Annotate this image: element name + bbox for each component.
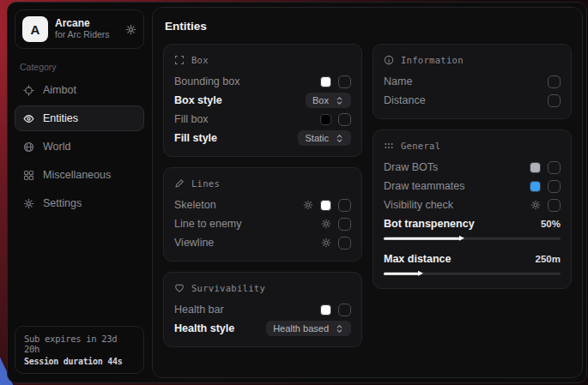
fill-box-label: Fill box — [174, 113, 209, 125]
fill-style-label: Fill style — [174, 132, 217, 144]
sidebar-item-settings[interactable]: Settings — [15, 190, 144, 216]
draw-teammates-checkbox[interactable] — [548, 180, 561, 193]
box-card-header: Box — [174, 55, 351, 65]
left-column: Box Bounding box Box style Box — [163, 44, 362, 347]
bot-transparency-label: Bot transpenency — [384, 218, 475, 230]
brackets-icon — [174, 55, 185, 65]
sidebar-item-aimbot[interactable]: Aimbot — [15, 77, 144, 103]
health-style-dropdown[interactable]: Health based — [266, 321, 351, 336]
bounding-box-checkbox[interactable] — [338, 75, 351, 88]
chevron-updown-icon — [335, 96, 344, 105]
draw-teammates-color-swatch[interactable] — [530, 181, 541, 192]
survivability-card: Survivability Health bar Health style He… — [163, 272, 362, 347]
sidebar-item-entities[interactable]: Entities — [15, 105, 144, 131]
bot-transparency-value: 50% — [541, 219, 561, 229]
general-card: General Draw BOTs Draw teammates — [373, 129, 572, 289]
card-title: Lines — [191, 178, 220, 189]
survivability-card-header: Survivability — [174, 283, 351, 293]
gear-icon — [23, 198, 34, 209]
name-row: Name — [384, 72, 561, 91]
heart-icon — [174, 283, 185, 293]
general-card-header: General — [384, 141, 561, 151]
crosshair-icon — [23, 85, 34, 96]
chevron-updown-icon — [335, 134, 344, 143]
max-distance-label: Max distance — [384, 253, 452, 265]
draw-teammates-label: Draw teammates — [384, 180, 464, 192]
draw-bots-checkbox[interactable] — [548, 161, 561, 174]
health-bar-label: Health bar — [174, 304, 224, 316]
card-columns: Box Bounding box Box style Box — [163, 44, 572, 347]
draw-bots-color-swatch[interactable] — [530, 162, 541, 173]
fill-box-checkbox[interactable] — [338, 113, 351, 126]
visibility-check-row: Visibility check — [384, 196, 561, 214]
max-distance-value: 250m — [536, 254, 561, 264]
fill-style-value: Static — [305, 133, 329, 143]
viewline-checkbox[interactable] — [338, 237, 351, 250]
box-style-value: Box — [312, 95, 329, 105]
app-window: A Arcane for Arc Riders Category Aimbot … — [7, 2, 587, 383]
skeleton-color-swatch[interactable] — [320, 200, 331, 211]
sidebar-item-label: Entities — [43, 112, 78, 124]
bounding-box-label: Bounding box — [174, 75, 239, 87]
subscription-info: Sub expires in 23d 20h Session duration … — [15, 326, 144, 374]
gear-icon[interactable] — [321, 238, 331, 248]
draw-bots-row: Draw BOTs — [384, 158, 561, 177]
fill-box-color-swatch[interactable] — [320, 114, 331, 125]
category-label: Category — [20, 62, 139, 72]
line-to-enemy-label: Line to enemy — [174, 218, 242, 230]
max-distance-row: Max distance 250m — [384, 250, 561, 268]
fill-style-dropdown[interactable]: Static — [298, 130, 351, 146]
info-icon — [384, 55, 394, 65]
name-label: Name — [384, 75, 412, 87]
brand-text: Arcane for Arc Riders — [55, 17, 110, 41]
fill-box-row: Fill box — [174, 110, 351, 129]
sidebar-item-label: Settings — [43, 197, 82, 209]
brand-subtitle: for Arc Riders — [55, 29, 110, 41]
sidebar-item-label: Miscellaneous — [43, 169, 111, 181]
slider-fill — [384, 238, 460, 240]
sidebar-item-miscellaneous[interactable]: Miscellaneous — [15, 162, 144, 188]
dots-grid-icon — [384, 141, 394, 151]
sidebar: A Arcane for Arc Riders Category Aimbot … — [8, 3, 151, 382]
card-title: Box — [191, 55, 209, 65]
sidebar-item-label: Aimbot — [43, 84, 76, 96]
draw-bots-label: Draw BOTs — [384, 161, 438, 173]
chevron-updown-icon — [335, 324, 344, 334]
max-distance-slider[interactable] — [384, 270, 561, 277]
globe-icon — [23, 141, 34, 153]
information-card-header: Information — [384, 55, 561, 65]
slider-fill — [384, 273, 419, 275]
pencil-icon — [174, 178, 185, 189]
slider-thumb[interactable] — [418, 271, 423, 276]
skeleton-checkbox[interactable] — [338, 199, 351, 212]
health-style-label: Health style — [174, 322, 234, 334]
brand-avatar: A — [22, 16, 48, 42]
sidebar-item-world[interactable]: World — [15, 134, 144, 159]
gear-icon[interactable] — [321, 219, 331, 229]
visibility-check-checkbox[interactable] — [548, 199, 561, 212]
health-bar-checkbox[interactable] — [338, 304, 351, 316]
bot-transparency-slider[interactable] — [384, 235, 561, 242]
name-checkbox[interactable] — [548, 75, 561, 88]
gear-icon[interactable] — [303, 200, 313, 210]
health-bar-color-swatch[interactable] — [320, 304, 331, 316]
brand-title: Arcane — [55, 17, 110, 29]
gear-icon[interactable] — [530, 200, 541, 210]
fill-style-row: Fill style Static — [174, 129, 351, 147]
box-style-row: Box style Box — [174, 91, 351, 110]
gear-icon[interactable] — [125, 24, 136, 35]
visibility-check-label: Visibility check — [384, 199, 453, 211]
distance-checkbox[interactable] — [548, 94, 561, 107]
health-style-value: Health based — [273, 323, 329, 334]
bounding-box-color-swatch[interactable] — [320, 76, 331, 87]
session-duration-text: Session duration 44s — [24, 357, 135, 366]
bot-transparency-row: Bot transpenency 50% — [384, 214, 561, 233]
viewline-row: Viewline — [174, 233, 351, 252]
line-to-enemy-checkbox[interactable] — [338, 218, 351, 231]
information-card: Information Name Distance — [373, 44, 572, 119]
box-style-dropdown[interactable]: Box — [306, 93, 351, 108]
main-panel: Entities Box Bounding box — [152, 7, 583, 378]
sidebar-item-label: World — [43, 141, 70, 153]
card-title: Survivability — [191, 283, 265, 293]
slider-thumb[interactable] — [459, 236, 464, 241]
